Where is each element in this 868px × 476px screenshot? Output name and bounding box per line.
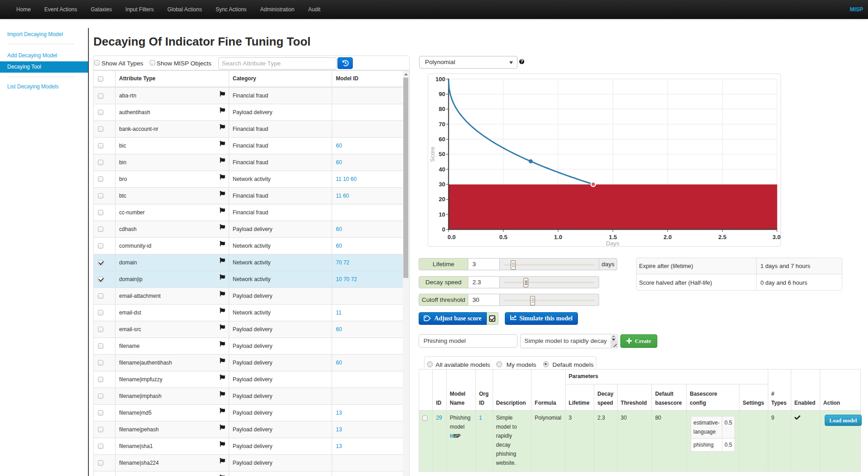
svg-text:20: 20 [439,196,445,203]
svg-text:Days: Days [606,240,619,247]
svg-text:80: 80 [439,106,445,112]
svg-text:Score: Score [429,147,436,162]
svg-text:0: 0 [442,226,445,233]
svg-text:3.0: 3.0 [772,234,780,240]
svg-text:90: 90 [439,91,445,97]
svg-text:70: 70 [439,121,445,128]
svg-text:30: 30 [439,181,445,188]
svg-text:2.0: 2.0 [664,234,672,240]
svg-text:1.0: 1.0 [554,234,562,240]
svg-text:100: 100 [435,76,445,83]
svg-text:0.0: 0.0 [448,234,456,240]
svg-text:1.5: 1.5 [609,234,617,240]
svg-text:60: 60 [439,136,445,143]
svg-text:50: 50 [439,151,445,157]
svg-text:10: 10 [439,211,445,218]
svg-text:2.5: 2.5 [718,234,726,240]
svg-text:0.5: 0.5 [499,234,508,240]
svg-text:40: 40 [439,166,445,173]
